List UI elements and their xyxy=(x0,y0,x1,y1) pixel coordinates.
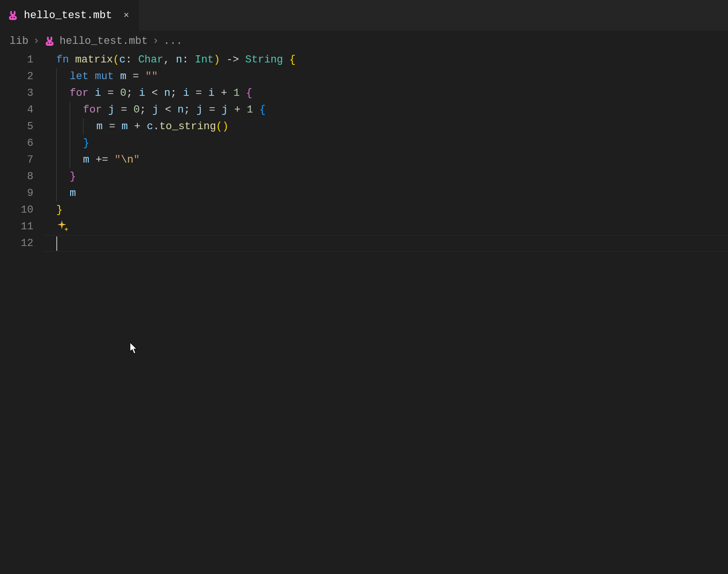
code-line[interactable]: let mut m = "" xyxy=(43,68,728,85)
svg-point-2 xyxy=(48,42,49,44)
line-number: 7 xyxy=(0,152,33,168)
line-number-gutter: 1 2 3 4 5 6 7 8 9 10 11 12 xyxy=(0,51,43,252)
tab-bar: hello_test.mbt × xyxy=(0,0,728,31)
line-number: 6 xyxy=(0,135,33,152)
line-number: 3 xyxy=(0,85,33,102)
line-number: 1 xyxy=(0,51,33,68)
file-icon xyxy=(8,10,18,20)
text-cursor xyxy=(56,236,57,251)
line-number: 11 xyxy=(0,218,33,235)
code-line[interactable]: m = m + c.to_string() xyxy=(43,118,728,135)
code-line[interactable]: } xyxy=(43,135,728,152)
svg-point-3 xyxy=(50,42,52,44)
line-number: 2 xyxy=(0,68,33,85)
line-number: 8 xyxy=(0,168,33,185)
tab-hello-test[interactable]: hello_test.mbt × xyxy=(0,0,139,31)
chevron-right-icon: › xyxy=(33,35,40,47)
sparkle-icon[interactable] xyxy=(56,219,70,233)
code-line[interactable]: for i = 0; i < n; i = i + 1 { xyxy=(43,85,728,102)
code-line[interactable]: } xyxy=(43,202,728,218)
code-content[interactable]: fn matrix(c: Char, n: Int) -> String { l… xyxy=(43,51,728,252)
code-line[interactable]: for j = 0; j < n; j = j + 1 { xyxy=(43,102,728,118)
code-line[interactable]: fn matrix(c: Char, n: Int) -> String { xyxy=(43,51,728,68)
breadcrumb[interactable]: lib › hello_test.mbt › ... xyxy=(0,31,728,51)
mouse-cursor-icon xyxy=(130,342,139,358)
code-line[interactable]: } xyxy=(43,168,728,185)
file-icon xyxy=(44,36,55,46)
close-icon[interactable]: × xyxy=(122,10,131,20)
code-line[interactable]: m xyxy=(43,185,728,202)
tab-label: hello_test.mbt xyxy=(24,10,112,21)
line-number: 12 xyxy=(0,235,33,252)
svg-point-0 xyxy=(11,17,12,18)
line-number: 10 xyxy=(0,202,33,218)
code-line[interactable]: m += "\n" xyxy=(43,152,728,168)
line-number: 5 xyxy=(0,118,33,135)
line-number: 9 xyxy=(0,185,33,202)
chevron-right-icon: › xyxy=(153,35,159,47)
breadcrumb-folder[interactable]: lib xyxy=(10,35,29,47)
breadcrumb-symbol[interactable]: ... xyxy=(164,35,183,47)
code-line[interactable] xyxy=(43,218,728,235)
breadcrumb-file[interactable]: hello_test.mbt xyxy=(60,35,148,47)
code-editor[interactable]: 1 2 3 4 5 6 7 8 9 10 11 12 fn matrix(c: … xyxy=(0,51,728,252)
svg-point-1 xyxy=(13,17,15,18)
code-line[interactable] xyxy=(43,235,728,252)
line-number: 4 xyxy=(0,102,33,118)
